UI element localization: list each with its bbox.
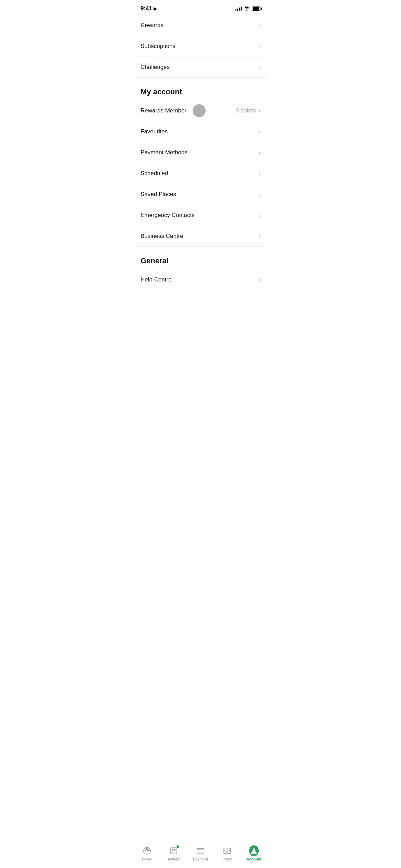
signal-icon (235, 7, 242, 11)
chevron-icon: › (259, 212, 260, 218)
general-title: General (141, 256, 169, 265)
rewards-points-value: 0 points (235, 107, 256, 114)
wifi-icon (244, 6, 250, 12)
rewards-member-label: Rewards Member (141, 107, 186, 114)
rewards-member-item[interactable]: Rewards Member 0 points › (134, 100, 267, 121)
menu-item-favourites[interactable]: Favourites › (134, 121, 267, 142)
menu-item-help-centre[interactable]: Help Centre › (134, 269, 267, 290)
menu-item-challenges[interactable]: Challenges › (134, 57, 267, 78)
status-time: 9:41 ▶ (141, 5, 157, 12)
my-account-section-header: My account (134, 78, 267, 100)
menu-item-scheduled-label: Scheduled (141, 170, 168, 177)
rewards-right: 0 points › (235, 107, 260, 114)
chevron-icon: › (259, 43, 260, 49)
menu-item-emergency-contacts[interactable]: Emergency Contacts › (134, 205, 267, 226)
menu-item-business-centre-label: Business Centre (141, 233, 183, 240)
chevron-icon: › (259, 22, 260, 28)
menu-item-payment-methods[interactable]: Payment Methods › (134, 142, 267, 163)
menu-item-rewards-label: Rewards (141, 22, 163, 29)
chevron-icon: › (259, 191, 260, 197)
general-section-header: General (134, 247, 267, 269)
chevron-icon: › (259, 149, 260, 156)
menu-item-challenges-label: Challenges (141, 64, 170, 71)
menu-item-subscriptions[interactable]: Subscriptions › (134, 36, 267, 57)
rewards-member-avatar (193, 104, 206, 117)
menu-item-help-centre-label: Help Centre (141, 276, 172, 283)
time-display: 9:41 (141, 5, 152, 12)
my-account-title: My account (141, 87, 182, 96)
menu-item-rewards[interactable]: Rewards › (134, 15, 267, 36)
main-content: Rewards › Subscriptions › Challenges › M… (134, 15, 267, 324)
battery-icon (252, 7, 260, 11)
chevron-icon: › (259, 64, 260, 70)
menu-item-payment-methods-label: Payment Methods (141, 149, 187, 156)
location-arrow-icon: ▶ (154, 6, 157, 11)
chevron-icon: › (259, 170, 260, 177)
menu-item-scheduled[interactable]: Scheduled › (134, 163, 267, 184)
menu-item-subscriptions-label: Subscriptions (141, 43, 175, 50)
status-icons (235, 6, 260, 12)
chevron-icon: › (259, 129, 260, 135)
status-bar: 9:41 ▶ (134, 0, 267, 15)
chevron-icon: › (259, 233, 260, 239)
menu-item-business-centre[interactable]: Business Centre › (134, 226, 267, 247)
chevron-icon: › (259, 108, 260, 114)
menu-item-favourites-label: Favourites (141, 128, 168, 135)
chevron-icon: › (259, 277, 260, 283)
menu-item-saved-places[interactable]: Saved Places › (134, 184, 267, 205)
menu-item-emergency-contacts-label: Emergency Contacts (141, 212, 195, 219)
menu-item-saved-places-label: Saved Places (141, 191, 176, 198)
